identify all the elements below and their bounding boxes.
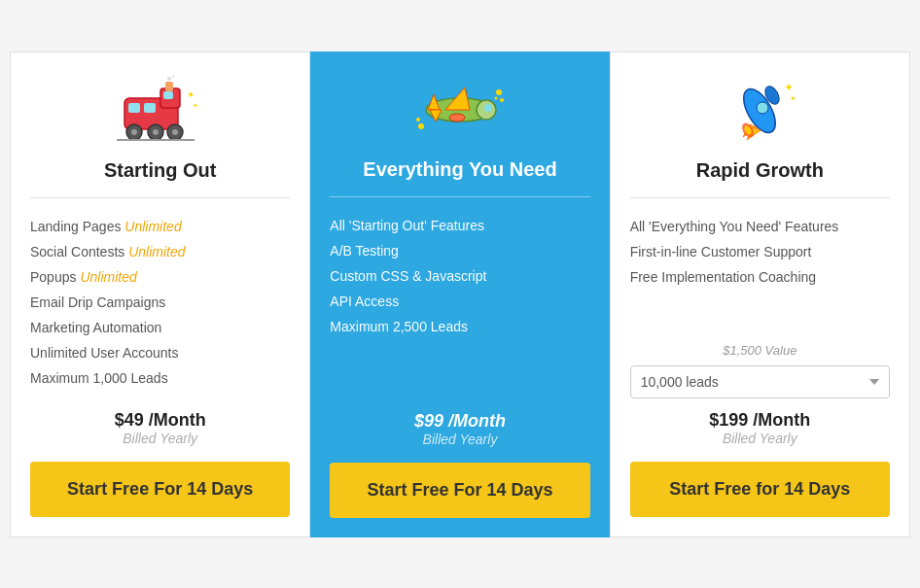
plan-starting-out: ✦ ✦ · Starting Out Landing Pages Unlimit… (10, 52, 310, 537)
feature-item: Custom CSS & Javascript (330, 263, 589, 289)
svg-point-26 (500, 98, 504, 102)
billed-rapid-growth: Billed Yearly (709, 431, 810, 446)
cta-button-starting-out[interactable]: Start Free For 14 Days (30, 462, 290, 517)
pricing-container: ✦ ✦ · Starting Out Landing Pages Unlimit… (10, 52, 910, 537)
svg-point-20 (484, 104, 492, 112)
plane-svg (416, 73, 504, 146)
train-svg: ✦ ✦ · (117, 74, 204, 147)
pricing-area-rapid-growth: $199 /Month Billed Yearly (709, 410, 810, 446)
price-starting-out: $49 /Month (115, 410, 206, 431)
billed-starting-out: Billed Yearly (115, 431, 206, 446)
svg-rect-11 (165, 82, 173, 91)
leads-select[interactable]: 10,000 leads 25,000 leads 50,000 leads 1… (630, 365, 890, 398)
plan-name-starting-out: Starting Out (104, 159, 217, 182)
plan-name-everything: Everything You Need (363, 158, 556, 181)
divider-starting-out (30, 197, 290, 198)
billed-everything: Billed Yearly (414, 432, 506, 447)
feature-item: First-in-line Customer Support (630, 239, 890, 264)
svg-point-29 (416, 118, 420, 121)
plan-name-rapid-growth: Rapid Growth (696, 159, 824, 182)
rocket-svg: ✦ ✦ · · (716, 74, 803, 147)
feature-item: Email Drip Campaigns (30, 290, 290, 315)
feature-item: Popups Unlimited (30, 264, 290, 290)
cta-button-rapid-growth[interactable]: Start Free for 14 Days (630, 462, 890, 517)
svg-point-12 (167, 77, 171, 81)
feature-item: Free Implementation Coaching (630, 264, 890, 290)
feature-item: Maximum 2,500 Leads (330, 314, 589, 339)
svg-rect-3 (144, 103, 156, 113)
feature-item: Unlimited User Accounts (30, 340, 290, 365)
svg-point-32 (757, 102, 768, 114)
svg-rect-2 (128, 103, 140, 113)
svg-rect-4 (163, 91, 173, 99)
feature-unlimited: Unlimited (128, 244, 185, 259)
features-rapid-growth: All 'Everything You Need' Features First… (630, 214, 890, 324)
plan-rapid-growth: ✦ ✦ · · Rapid Growth All 'Everything You… (610, 52, 910, 537)
svg-point-6 (131, 129, 137, 135)
feature-item: Landing Pages Unlimited (30, 214, 290, 239)
price-rapid-growth: $199 /Month (709, 410, 810, 431)
svg-point-27 (494, 97, 497, 100)
svg-text:✦: ✦ (790, 94, 796, 103)
svg-point-28 (418, 123, 424, 129)
feature-item: Marketing Automation (30, 315, 290, 340)
features-everything: All 'Starting Out' Features A/B Testing … (330, 213, 589, 392)
plan-icon-plane (416, 71, 504, 149)
svg-point-24 (449, 114, 465, 121)
feature-unlimited: Unlimited (80, 269, 136, 285)
divider-rapid-growth (630, 197, 890, 198)
plan-icon-rocket: ✦ ✦ · · (716, 72, 803, 150)
svg-point-13 (171, 76, 174, 79)
plan-icon-train: ✦ ✦ · (117, 72, 204, 150)
value-text: $1,500 Value (723, 343, 796, 358)
feature-item: A/B Testing (330, 238, 589, 263)
feature-unlimited: Unlimited (124, 219, 181, 234)
pricing-area-starting-out: $49 /Month Billed Yearly (115, 410, 206, 446)
feature-item: Maximum 1,000 Leads (30, 365, 290, 391)
svg-text:✦: ✦ (784, 81, 794, 94)
pricing-area-everything: $99 /Month Billed Yearly (414, 411, 506, 447)
divider-everything (330, 196, 589, 197)
feature-item: API Access (330, 289, 589, 314)
svg-text:✦: ✦ (193, 102, 198, 109)
cta-button-everything[interactable]: Start Free For 14 Days (330, 463, 589, 518)
svg-point-25 (496, 89, 502, 95)
svg-text:·: · (779, 95, 781, 102)
plan-everything-you-need: Everything You Need All 'Starting Out' F… (310, 52, 609, 537)
svg-text:·: · (181, 103, 183, 109)
feature-item: Social Contests Unlimited (30, 239, 290, 264)
svg-point-10 (172, 129, 178, 135)
feature-item: All 'Everything You Need' Features (630, 214, 890, 239)
svg-point-8 (153, 129, 159, 135)
features-starting-out: Landing Pages Unlimited Social Contests … (30, 214, 290, 391)
svg-text:✦: ✦ (187, 89, 195, 100)
price-everything: $99 /Month (414, 411, 506, 432)
feature-item: All 'Starting Out' Features (330, 213, 589, 238)
